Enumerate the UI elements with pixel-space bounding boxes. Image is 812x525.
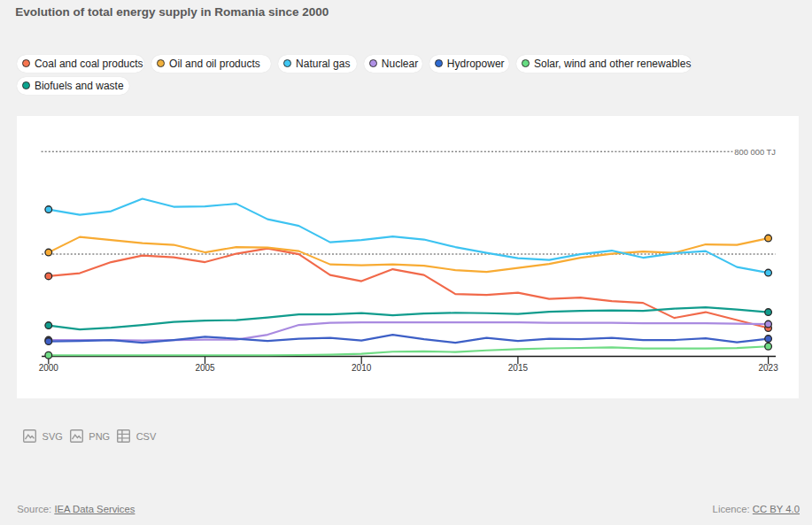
svg-text:2023: 2023 <box>758 363 778 373</box>
svg-text:800 000 TJ: 800 000 TJ <box>734 146 776 156</box>
svg-text:2000: 2000 <box>39 363 59 373</box>
svg-text:2005: 2005 <box>195 363 215 373</box>
svg-text:2010: 2010 <box>352 363 372 373</box>
svg-text:2015: 2015 <box>508 363 529 373</box>
